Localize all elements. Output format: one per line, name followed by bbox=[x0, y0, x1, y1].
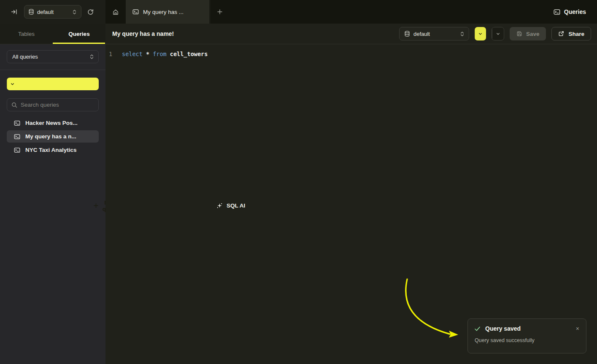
query-filter-value: All queries bbox=[12, 54, 89, 60]
query-terminal-icon bbox=[132, 9, 139, 15]
share-label: Share bbox=[568, 31, 584, 37]
refresh-button[interactable] bbox=[85, 6, 96, 18]
sidebar: Tables Queries All queries New query bbox=[0, 24, 105, 364]
query-item-label: My query has a n... bbox=[25, 133, 76, 140]
main-panel: My query has a name! default bbox=[105, 24, 597, 364]
run-dropdown[interactable] bbox=[475, 27, 486, 40]
topbar-left-section: default bbox=[0, 0, 105, 24]
topbar: default bbox=[0, 0, 597, 24]
sidebar-tab-queries[interactable]: Queries bbox=[53, 24, 105, 44]
save-label: Save bbox=[526, 31, 540, 37]
save-button[interactable]: Save bbox=[510, 27, 546, 40]
collapse-sidebar-button[interactable] bbox=[8, 6, 20, 17]
new-query-dropdown[interactable] bbox=[7, 78, 18, 90]
share-external-icon bbox=[558, 31, 564, 37]
query-list-item[interactable]: NYC Taxi Analytics bbox=[7, 144, 99, 156]
updown-chevron-icon bbox=[72, 9, 77, 15]
updown-chevron-icon bbox=[460, 31, 465, 37]
home-icon bbox=[112, 9, 119, 15]
header-database-value: default bbox=[413, 31, 456, 37]
queries-nav-button[interactable]: Queries bbox=[554, 0, 597, 24]
toast-close-button[interactable]: × bbox=[575, 325, 580, 332]
sidebar-tabs: Tables Queries bbox=[0, 24, 105, 44]
home-button[interactable] bbox=[105, 0, 126, 24]
refresh-icon bbox=[87, 9, 94, 15]
tab-strip: My query has ... Queries bbox=[105, 0, 597, 24]
toast-query-saved: Query saved × Query saved successfully bbox=[467, 318, 586, 353]
new-query-button[interactable]: New query bbox=[7, 78, 99, 90]
sidebar-body: All queries New query bbox=[0, 44, 105, 156]
sidebar-divider bbox=[0, 70, 105, 70]
database-icon bbox=[29, 9, 34, 15]
database-icon bbox=[405, 31, 410, 37]
topbar-database-selector[interactable]: default bbox=[24, 5, 81, 19]
queries-nav-label: Queries bbox=[564, 8, 586, 15]
line-number: 1 bbox=[105, 50, 116, 59]
query-tab-label: My query has ... bbox=[143, 9, 184, 15]
query-terminal-icon bbox=[14, 147, 20, 153]
query-list-item[interactable]: My query has a n... bbox=[7, 130, 99, 143]
plus-icon bbox=[217, 9, 223, 15]
save-icon bbox=[516, 31, 522, 37]
query-filter-select[interactable]: All queries bbox=[7, 50, 99, 63]
toast-message: Query saved successfully bbox=[474, 337, 580, 343]
search-icon bbox=[11, 102, 17, 108]
toolbar: default Run bbox=[399, 27, 591, 40]
sidebar-tab-tables[interactable]: Tables bbox=[0, 24, 53, 44]
page-title: My query has a name! bbox=[112, 30, 174, 37]
sql-ai-dropdown[interactable] bbox=[492, 27, 504, 40]
queries-terminal-icon bbox=[554, 9, 560, 15]
share-button[interactable]: Share bbox=[551, 27, 591, 40]
updown-chevron-icon bbox=[89, 54, 94, 59]
query-tab[interactable]: My query has ... bbox=[126, 0, 209, 24]
query-list-item[interactable]: Hacker News Pos... bbox=[7, 117, 99, 129]
query-item-label: Hacker News Pos... bbox=[25, 120, 78, 126]
toast-title: Query saved bbox=[485, 325, 570, 332]
query-list: Hacker News Pos...My query has a n...NYC… bbox=[7, 117, 99, 156]
sql-ai-button[interactable]: SQL AI bbox=[492, 27, 504, 40]
query-terminal-icon bbox=[14, 134, 20, 140]
header-database-selector[interactable]: default bbox=[399, 27, 469, 40]
topbar-database-value: default bbox=[37, 9, 69, 15]
query-item-label: NYC Taxi Analytics bbox=[25, 147, 77, 153]
main-header: My query has a name! default bbox=[105, 24, 597, 44]
run-button[interactable]: Run bbox=[475, 27, 486, 40]
query-terminal-icon bbox=[14, 120, 20, 126]
check-icon bbox=[474, 326, 481, 332]
collapse-sidebar-icon bbox=[11, 9, 17, 15]
search-queries-input[interactable] bbox=[21, 102, 95, 108]
new-tab-button[interactable] bbox=[210, 0, 230, 24]
search-queries-box bbox=[7, 98, 99, 111]
